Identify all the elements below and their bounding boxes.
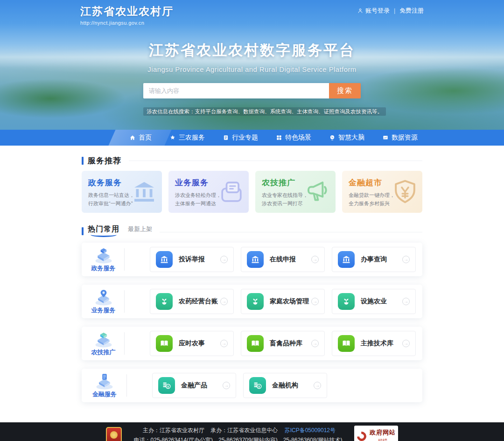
book-icon: [223, 134, 229, 141]
search-input[interactable]: [143, 83, 329, 98]
arrow-right-icon: →: [311, 340, 319, 347]
business-3d-icon: [91, 288, 117, 306]
recommend-card-finance[interactable]: 金融超市 金融贷款一键办理，全力服务乡村振兴: [342, 171, 422, 213]
main-content: 服务推荐 政务服务 政务信息一站直达，行政审批“一网通办” 业务服务 涉农业务轻…: [0, 146, 504, 422]
finance-3d-icon: [91, 372, 118, 390]
search-hint-text: 涉农信息在线搜索：支持平台服务查询、数据查询、系统查询、主体查询、证照查询及农技…: [143, 107, 386, 116]
gov-badge-subtitle: 找错: [378, 438, 387, 441]
arrow-right-icon: →: [220, 256, 228, 263]
service-item-main-technology[interactable]: 主推技术库 →: [332, 331, 416, 356]
service-item-seasonal-farming[interactable]: 应时农事 →: [150, 331, 234, 356]
sprout-icon: [338, 293, 355, 310]
sprout-icon: [156, 293, 173, 310]
register-label: 免费注册: [399, 7, 424, 15]
bank-icon: [247, 251, 264, 268]
search-hint-row: 涉农信息在线搜索：支持平台服务查询、数据查询、系统查询、主体查询、证照查询及农技…: [143, 107, 361, 115]
nav-item-smart-brain[interactable]: 智慧大脑: [327, 130, 367, 146]
site-name: 江苏省农业农村厅: [80, 4, 174, 19]
service-row-agritech: 农技推广 应时农事 → 畜禽品种库 →: [82, 327, 422, 360]
home-icon: [129, 134, 136, 141]
category-government[interactable]: 政务服务: [87, 246, 119, 273]
recommend-card-government[interactable]: 政务服务 政务信息一站直达，行政审批“一网通办”: [82, 171, 162, 213]
service-item-pesticide-ledger[interactable]: 农药经营台账 →: [150, 289, 234, 314]
brain-icon: [329, 134, 336, 141]
footer-line-1: 主办：江苏省农业农村厅 承办：江苏省农业信息中心 苏ICP备05009012号: [134, 426, 343, 435]
icp-license-link[interactable]: 苏ICP备05009012号: [285, 427, 336, 434]
chart-icon: [382, 134, 389, 141]
search-button[interactable]: 搜索: [329, 83, 361, 98]
service-row-finance: 金融服务 金融产品 → 金融机构 →: [82, 369, 422, 402]
login-link[interactable]: 账号登录: [357, 7, 390, 15]
arrow-right-icon: →: [223, 382, 230, 389]
page-footer: 主办：江苏省农业农村厅 承办：江苏省农业信息中心 苏ICP备05009012号 …: [0, 422, 504, 441]
gov-badge-title: 政府网站: [370, 428, 396, 437]
service-item-financial-products[interactable]: 金融产品 →: [152, 373, 236, 398]
arrow-right-icon: →: [311, 298, 319, 305]
section-accent-bar: [82, 157, 84, 165]
section-divider-line: [160, 232, 422, 232]
recommend-card-agritech[interactable]: 农技推广 农业专家在线指导，涉农资讯一网打尽: [255, 171, 336, 213]
arrow-right-icon: →: [220, 298, 228, 305]
category-finance[interactable]: 金融服务: [87, 372, 122, 399]
service-item-online-declaration[interactable]: 在线申报 →: [241, 247, 325, 272]
platform-subtitle: Jiangsu Province Agricultural and Rural …: [0, 65, 504, 73]
vertical-divider: [124, 248, 125, 271]
arrow-right-icon: →: [311, 256, 319, 263]
footer-info: 主办：江苏省农业农村厅 承办：江苏省农业信息中心 苏ICP备05009012号 …: [134, 426, 343, 441]
nav-item-industry-topics[interactable]: 行业专题: [220, 130, 260, 146]
account-links: 账号登录 | 免费注册: [357, 4, 424, 15]
category-business[interactable]: 业务服务: [87, 288, 119, 315]
vertical-divider: [126, 374, 127, 397]
vertical-divider: [124, 290, 125, 313]
user-icon: [357, 7, 364, 14]
service-item-facility-agriculture[interactable]: 设施农业 →: [332, 289, 416, 314]
agritech-3d-icon: [91, 330, 117, 348]
register-link[interactable]: 免费注册: [399, 7, 424, 15]
search-bar: 搜索: [143, 83, 361, 98]
nav-item-home[interactable]: 首页: [127, 130, 154, 146]
main-navigation: 首页 三农服务 行业专题 特色场景 智慧大脑: [0, 130, 504, 146]
login-label: 账号登录: [365, 7, 390, 15]
sprout-icon: [247, 293, 264, 310]
tab-hot-common[interactable]: 热门常用: [88, 224, 119, 238]
arrow-right-icon: →: [402, 298, 410, 305]
hot-section-header: 热门常用 最新上架: [82, 224, 422, 238]
nav-item-featured-scenes[interactable]: 特色场景: [273, 130, 314, 146]
bank-icon: [338, 251, 355, 268]
recommend-section-title: 服务推荐: [88, 155, 121, 166]
nav-item-data-resources[interactable]: 数据资源: [380, 130, 420, 146]
gov-badge-logo-icon: [355, 430, 368, 441]
service-row-business: 业务服务 农药经营台账 → 家庭农场管理 →: [82, 285, 422, 318]
service-item-affairs-inquiry[interactable]: 办事查询 →: [332, 247, 416, 272]
service-item-financial-institutions[interactable]: 金融机构 →: [243, 373, 327, 398]
site-logo[interactable]: 江苏省农业农村厅 http://nynct.jiangsu.gov.cn: [80, 4, 174, 26]
coins-yuan-icon: [249, 377, 266, 394]
page: 江苏省农业农村厅 http://nynct.jiangsu.gov.cn 账号登…: [0, 0, 504, 441]
links-divider: |: [394, 7, 395, 14]
section-accent-bar: [82, 227, 84, 235]
recommend-card-business[interactable]: 业务服务 涉农业务轻松办理，主体服务一网通达: [168, 171, 249, 213]
service-item-complaint-report[interactable]: 投诉举报 →: [150, 247, 234, 272]
service-item-family-farm[interactable]: 家庭农场管理 →: [241, 289, 325, 314]
nav-item-sannong-services[interactable]: 三农服务: [167, 130, 207, 146]
hero-banner: 江苏省农业农村厅 http://nynct.jiangsu.gov.cn 账号登…: [0, 0, 504, 146]
category-agritech[interactable]: 农技推广: [87, 330, 119, 357]
national-emblem-icon: [106, 427, 122, 441]
recommend-cards: 政务服务 政务信息一站直达，行政审批“一网通办” 业务服务 涉农业务轻松办理，主…: [82, 171, 422, 213]
vertical-divider: [124, 332, 125, 355]
coins-yuan-icon: [158, 377, 175, 394]
gov-website-error-report-badge[interactable]: 政府网站 找错: [354, 426, 398, 441]
open-book-icon: [247, 335, 264, 352]
grid-icon: [276, 134, 282, 141]
site-url: http://nynct.jiangsu.gov.cn: [80, 20, 174, 26]
tab-latest[interactable]: 最新上架: [128, 225, 152, 238]
arrow-right-icon: →: [220, 340, 228, 347]
recommend-section-header: 服务推荐: [82, 155, 422, 166]
service-rows: 政务服务 投诉举报 → 在线申报 →: [82, 243, 422, 402]
star-icon: [169, 134, 176, 141]
arrow-right-icon: →: [402, 340, 410, 347]
service-item-livestock-breeds[interactable]: 畜禽品种库 →: [241, 331, 325, 356]
arrow-right-icon: →: [402, 256, 410, 263]
footer-phones: 电话：025-86263414(厅办公室) 25-86263709(网站内容) …: [134, 435, 343, 441]
section-divider-line: [129, 161, 422, 161]
